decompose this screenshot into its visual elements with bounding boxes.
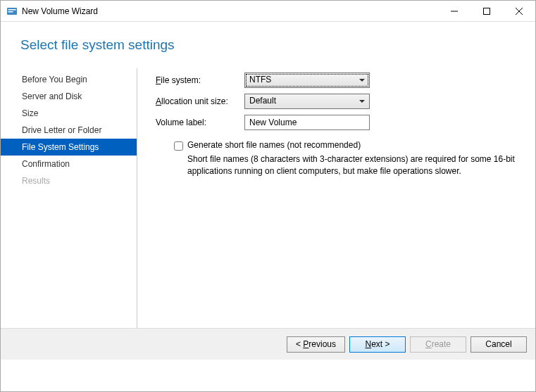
close-button[interactable] — [503, 1, 535, 22]
maximize-button[interactable] — [470, 1, 503, 22]
file-system-select[interactable]: NTFS — [244, 72, 370, 88]
nav-confirmation[interactable]: Confirmation — [1, 156, 137, 172]
minimize-button[interactable] — [438, 1, 470, 22]
wizard-nav: Before You Begin Server and Disk Size Dr… — [1, 68, 137, 336]
generate-short-names-hint: Short file names (8 characters with 3-ch… — [187, 153, 521, 178]
label-volume-label: Volume label: — [156, 118, 244, 127]
row-file-system: File system: NTFS — [156, 72, 521, 88]
window-controls — [438, 1, 535, 22]
titlebar: New Volume Wizard — [1, 1, 535, 22]
nav-drive-letter[interactable]: Drive Letter or Folder — [1, 122, 137, 139]
window-title: New Volume Wizard — [22, 6, 438, 16]
label-allocation: Allocation unit size: — [156, 96, 244, 106]
nav-server-and-disk[interactable]: Server and Disk — [1, 88, 137, 105]
generate-short-names-label[interactable]: Generate short file names (not recommend… — [187, 140, 361, 150]
volume-label-input[interactable] — [244, 115, 370, 130]
svg-rect-2 — [8, 11, 13, 13]
svg-rect-1 — [8, 9, 16, 11]
create-button: Create — [410, 336, 466, 353]
content-area: Select file system settings Before You B… — [1, 22, 535, 360]
previous-button[interactable]: < Previous — [287, 336, 345, 353]
page-heading: Select file system settings — [1, 22, 535, 68]
row-volume-label: Volume label: — [156, 115, 521, 130]
body: Before You Begin Server and Disk Size Dr… — [1, 68, 535, 336]
allocation-select[interactable]: Default — [244, 94, 370, 109]
form-panel: File system: NTFS Allocation unit size: … — [137, 68, 535, 336]
label-file-system: File system: — [156, 75, 244, 85]
svg-rect-4 — [484, 8, 490, 14]
nav-before-you-begin[interactable]: Before You Begin — [1, 71, 137, 88]
footer: < Previous Next > Create Cancel — [1, 328, 535, 360]
wizard-icon — [6, 6, 18, 17]
generate-short-names-checkbox[interactable] — [174, 141, 183, 151]
nav-file-system-settings[interactable]: File System Settings — [1, 139, 137, 156]
next-button[interactable]: Next > — [349, 336, 406, 353]
nav-size[interactable]: Size — [1, 105, 137, 122]
cancel-button[interactable]: Cancel — [470, 336, 527, 353]
nav-results: Results — [1, 172, 137, 189]
row-allocation: Allocation unit size: Default — [156, 94, 521, 109]
row-generate-short-names: Generate short file names (not recommend… — [174, 140, 521, 151]
